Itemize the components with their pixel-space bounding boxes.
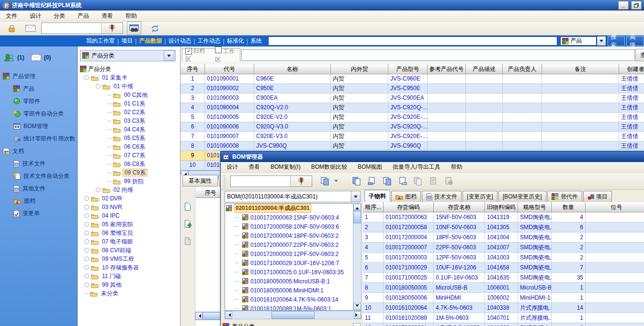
column-header-4[interactable]: 产品型号	[388, 64, 428, 74]
add-doc-button[interactable]	[182, 218, 193, 230]
bom-root-label[interactable]: 0201011030004:半成品C301	[234, 204, 311, 213]
new-doc-button[interactable]	[182, 201, 193, 212]
tree-item[interactable]: 07 C7系	[107, 151, 147, 160]
sidebar-item-1-0[interactable]: 技术文件	[0, 157, 77, 170]
bom-item-label[interactable]: 0100172000004:18PF-50V-0603:2	[250, 233, 339, 239]
tree-item-label[interactable]: 07 C7系	[123, 151, 147, 159]
tree-item-label[interactable]: 99 其他	[101, 281, 123, 289]
quick-search-input[interactable]	[42, 23, 101, 34]
scroll-left-button[interactable]	[195, 312, 203, 320]
category-panel-dropdown-button[interactable]	[164, 50, 174, 61]
table-filter-input[interactable]	[241, 49, 635, 61]
users-icon[interactable]	[4, 53, 14, 62]
expand-handle[interactable]	[84, 196, 89, 201]
tree-item[interactable]: 未分类	[84, 289, 120, 298]
tree-item[interactable]: 05 C5系	[107, 134, 147, 142]
search-button[interactable]: 搜索	[608, 36, 625, 46]
advanced-search-button[interactable]: 高级	[626, 36, 644, 46]
bom-tab-3[interactable]: [变更历史]	[463, 191, 497, 202]
minimize-button[interactable]: _	[618, 1, 629, 10]
bom-item-label[interactable]: 0100180050005:MicroUSB-B:1	[250, 278, 330, 285]
expand-handle[interactable]	[84, 256, 89, 261]
module-tab-6[interactable]: 系统	[248, 37, 264, 45]
menu-item-0[interactable]: 文件	[6, 12, 17, 20]
bom-tab-2[interactable]: 技术文件	[422, 191, 462, 202]
expand-handle[interactable]	[84, 282, 89, 287]
sidebar-item-0-2[interactable]: 零部件自动分类	[0, 107, 77, 120]
tree-item-label[interactable]: 11 门磁	[101, 272, 123, 280]
bom-item-label[interactable]: 0100171000025:0.1UF-16V-0603:35	[250, 269, 344, 276]
find-button[interactable]	[127, 22, 141, 35]
tree-item[interactable]: 01 采集卡	[84, 73, 129, 82]
tree-item-label[interactable]: 03 NVR	[101, 203, 124, 211]
tree-item-label[interactable]: 00 C其他	[123, 91, 149, 99]
bom-tree-item[interactable]: 0100172000007:22PF-50V-0603:2	[225, 240, 353, 249]
import-button[interactable]	[427, 175, 440, 188]
expand-handle[interactable]	[84, 205, 89, 210]
refresh-button[interactable]	[148, 22, 162, 35]
tree-item-label[interactable]: 04 IPC	[101, 212, 121, 220]
bom-tab-0[interactable]: 子物料	[364, 190, 390, 202]
lock-button[interactable]	[5, 22, 19, 35]
tree-item-label[interactable]: 08 CVI前端	[101, 246, 133, 254]
category-tree-root[interactable]: 产品分类	[80, 65, 113, 73]
module-tab-2[interactable]: 产品数据	[136, 37, 164, 45]
tree-item[interactable]: 09 VMS工程	[84, 255, 136, 263]
tree-item[interactable]: 02 DVR	[84, 194, 124, 203]
expand-handle[interactable]	[84, 75, 89, 80]
column-header-5[interactable]: 参考产品代号	[428, 64, 466, 74]
bom-tree-item[interactable]: 0100180050005:MicroUSB-B:1	[225, 277, 353, 286]
sidebar-item-1-3[interactable]: A图档	[0, 195, 77, 207]
tree-item[interactable]: 05 家用安防	[84, 220, 135, 229]
tree-item-label[interactable]: 10 存储服务器	[101, 264, 140, 271]
copy-button-3[interactable]	[381, 175, 394, 188]
tree-item[interactable]: 08 C8系	[107, 160, 147, 168]
quick-search-go-button[interactable]	[101, 23, 123, 34]
tree-item[interactable]: 08 CVI前端	[84, 246, 133, 255]
archive-zone-option[interactable]: ✓归档区	[185, 47, 210, 63]
sidebar-item-1-2[interactable]: 其他文件	[0, 182, 77, 195]
tree-item-label[interactable]: 08 C8系	[123, 160, 147, 168]
bom-table-row[interactable]: 6010017100002910UF-16V-12061041658SMD陶瓷电…	[363, 263, 644, 273]
copy-button-2[interactable]	[366, 175, 378, 188]
bom-menu-item-1[interactable]: 查看	[249, 163, 260, 171]
sidebar-item-0-1[interactable]: 零部件	[0, 95, 77, 107]
menu-item-2[interactable]: 分类	[54, 12, 65, 20]
tree-item-label[interactable]: 06 爱维宝贝	[101, 229, 135, 237]
copy-button-4[interactable]	[396, 175, 409, 188]
tree-item-label[interactable]: 02 C2系	[123, 108, 147, 116]
bom-tree-root[interactable]: 0201011030004:半成品C301	[225, 204, 353, 213]
sidebar-item-0-4[interactable]: N统计零部件引用次数	[0, 132, 77, 145]
column-header-9[interactable]: 创建者	[619, 64, 644, 74]
bom-menu-item-4[interactable]: BOM视图	[358, 163, 382, 171]
workspace-checkbox[interactable]	[215, 47, 222, 53]
paste-doc-button[interactable]	[182, 235, 193, 247]
tree-item[interactable]: 09 C9系	[107, 168, 147, 177]
bom-table-row[interactable]: 1201001700000214.7UF-6.3V-06031041663SMD…	[363, 323, 644, 326]
tree-item[interactable]: 06 爱维宝贝	[84, 229, 135, 237]
menu-item-3[interactable]: 产品	[78, 12, 89, 20]
bom-tab-5[interactable]: 替代件	[547, 191, 582, 202]
tree-item-label[interactable]: 09 C9系	[123, 169, 147, 176]
tree-item[interactable]: 04 IPC	[84, 211, 121, 220]
archive-checkbox[interactable]: ✓	[185, 48, 192, 55]
tree-item-label[interactable]: 03 C3系	[123, 117, 147, 125]
bom-search-input[interactable]	[231, 176, 290, 186]
module-tab-1[interactable]: 项目	[119, 37, 135, 45]
module-tab-3[interactable]: 设计动态	[166, 37, 193, 45]
tree-item[interactable]: 06 C6系	[107, 142, 147, 151]
sidebar-item-1-4[interactable]: 变更单	[0, 207, 77, 220]
bom-table-row[interactable]: 1101001610200891M-5%-06031040701片式厚膜电...…	[363, 313, 644, 323]
tree-item[interactable]: 04 C4系	[107, 125, 147, 134]
expand-handle[interactable]	[84, 239, 89, 244]
bom-menu-item-3[interactable]: BOM数据比较	[311, 163, 347, 171]
sidebar-item-1-1[interactable]: 技术文件自动分类	[0, 170, 77, 182]
table-row[interactable]: 20101090002C950E内贸JVS-C950E王倩倩	[181, 84, 644, 93]
tree-item[interactable]: 00 C其他	[107, 91, 149, 99]
paste-button[interactable]	[412, 175, 424, 188]
menu-item-5[interactable]: 帮助	[125, 12, 137, 20]
bom-item-label[interactable]: 0100171000029:10UF-16V-1206:7	[250, 260, 339, 267]
tree-item-label[interactable]: 02 DVR	[101, 195, 124, 202]
expand-handle[interactable]	[96, 84, 101, 89]
bom-tree-item[interactable]: 0100172000058:10NF-50V-0603:6	[225, 222, 353, 231]
